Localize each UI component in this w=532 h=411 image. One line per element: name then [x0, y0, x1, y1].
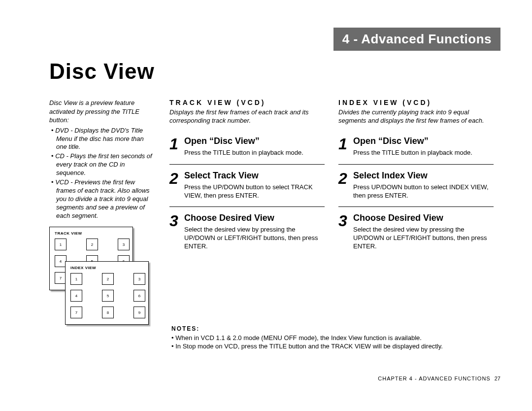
- step: 2 Select Index View Press UP/DOWN button…: [338, 171, 494, 207]
- grid-cell: 1: [70, 273, 82, 285]
- step-number: 3: [169, 213, 184, 229]
- grid-cell: 6: [133, 290, 145, 302]
- step: 1 Open “Disc View” Press the TITLE butto…: [169, 136, 325, 165]
- left-column: Disc View is a preview feature activated…: [49, 99, 163, 325]
- diagram-label-track: TRACK VIEW: [55, 231, 128, 236]
- step-title: Select Index View: [353, 171, 494, 181]
- grid-cell: 7: [70, 307, 82, 318]
- grid-cell: 4: [70, 290, 82, 302]
- content-area: Disc View is a preview feature activated…: [49, 99, 500, 325]
- track-view-header: TRACK VIEW (VCD): [169, 99, 325, 106]
- diagram-label-index: INDEX VIEW: [70, 266, 143, 270]
- step-text: Press UP/DOWN button to select INDEX VIE…: [353, 183, 494, 200]
- step-number: 1: [338, 136, 353, 152]
- grid-cell: 9: [133, 307, 145, 318]
- intro-bullet: VCD - Previews the first few frames of e…: [51, 178, 154, 220]
- notes-block: NOTES: When in VCD 1.1 & 2.0 mode (MENU …: [171, 325, 500, 351]
- step-number: 2: [338, 171, 353, 186]
- intro-bullets: DVD - Displays the DVD's Title Menu if t…: [49, 127, 154, 220]
- grid-cell: 5: [102, 290, 114, 302]
- grid-cell: 3: [133, 273, 145, 285]
- intro-bullet: CD - Plays the first ten seconds of ever…: [51, 152, 154, 177]
- intro-bullet: DVD - Displays the DVD's Title Menu if t…: [51, 127, 154, 152]
- step-title: Choose Desired View: [184, 213, 325, 223]
- grid-cell: 2: [86, 239, 98, 250]
- step-title: Select Track View: [184, 171, 325, 181]
- step-text: Select the desired view by pressing the …: [184, 226, 325, 251]
- step-text: Press the UP/DOWN button to select TRACK…: [184, 183, 325, 200]
- step-number: 2: [169, 171, 184, 186]
- step-number: 1: [169, 136, 184, 152]
- step-text: Press the TITLE button in playback mode.: [353, 149, 494, 157]
- note-item: In Stop mode on VCD, press the TITLE but…: [171, 342, 500, 351]
- footer-text: CHAPTER 4 - ADVANCED FUNCTIONS: [378, 376, 490, 381]
- step-number: 3: [338, 213, 353, 229]
- notes-header: NOTES:: [171, 325, 500, 332]
- page-footer: CHAPTER 4 - ADVANCED FUNCTIONS 27: [378, 376, 500, 381]
- page-number: 27: [495, 376, 500, 381]
- diagram-wrap: TRACK VIEW 1 2 3 4 5 6 7 8 9 INDEX VIEW …: [49, 227, 154, 325]
- grid-cell: 3: [118, 239, 130, 250]
- index-view-header: INDEX VIEW (VCD): [338, 99, 494, 106]
- page-title: Disc View: [49, 59, 155, 84]
- index-view-desc: Divides the currently playing track into…: [338, 108, 494, 125]
- grid-cell: 8: [102, 307, 114, 318]
- intro-text: Disc View is a preview feature activated…: [49, 99, 154, 125]
- grid-cell: 1: [55, 239, 66, 250]
- step-title: Choose Desired View: [353, 213, 494, 223]
- step: 3 Choose Desired View Select the desired…: [338, 213, 494, 251]
- step: 1 Open “Disc View” Press the TITLE butto…: [338, 136, 494, 165]
- track-view-column: TRACK VIEW (VCD) Displays the first few …: [163, 99, 332, 325]
- index-view-diagram: INDEX VIEW 1 2 3 4 5 6 7 8 9: [65, 261, 149, 325]
- step-title: Open “Disc View”: [353, 136, 494, 146]
- track-view-desc: Displays the first few frames of each tr…: [169, 108, 325, 125]
- step-text: Select the desired view by pressing the …: [353, 226, 494, 251]
- step: 3 Choose Desired View Select the desired…: [169, 213, 325, 251]
- step-text: Press the TITLE button in playback mode.: [184, 149, 325, 157]
- chapter-banner: 4 - Advanced Functions: [333, 28, 500, 51]
- step: 2 Select Track View Press the UP/DOWN bu…: [169, 171, 325, 207]
- notes-list: When in VCD 1.1 & 2.0 mode (MENU OFF mod…: [171, 334, 500, 351]
- note-item: When in VCD 1.1 & 2.0 mode (MENU OFF mod…: [171, 334, 500, 342]
- index-view-column: INDEX VIEW (VCD) Divides the currently p…: [332, 99, 500, 325]
- grid-cell: 2: [102, 273, 114, 285]
- step-title: Open “Disc View”: [184, 136, 325, 146]
